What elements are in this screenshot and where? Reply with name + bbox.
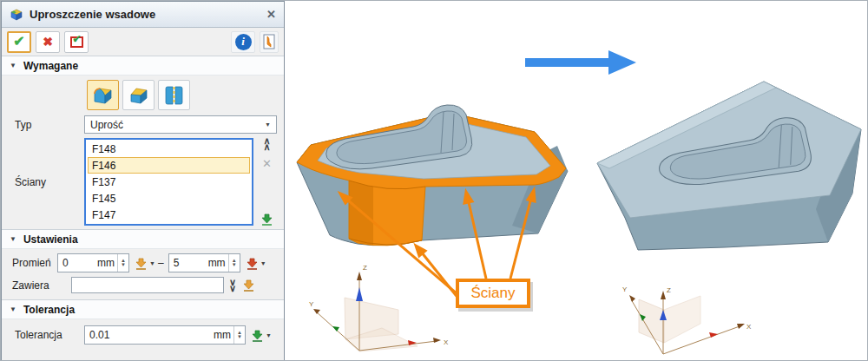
- simplify-mode-buttons: [2, 75, 284, 114]
- axis-z-label: Z: [667, 286, 671, 294]
- viewport[interactable]: Z Y X Z Y X Ści: [285, 1, 868, 361]
- ok-button[interactable]: ✔: [7, 31, 31, 53]
- mode-chamfer-button[interactable]: [122, 80, 155, 110]
- cross-icon: ✖: [43, 36, 53, 48]
- dialog-title: Uproszczenie wsadowe: [30, 8, 260, 21]
- guide-button[interactable]: [260, 31, 279, 53]
- chevron-down-icon: ▼: [260, 260, 266, 266]
- dialog-app-icon: [10, 8, 23, 22]
- check-icon: ✔: [13, 35, 24, 49]
- pick-value-icon-red: [246, 257, 259, 270]
- face-list-item[interactable]: F148: [88, 141, 250, 157]
- viewport-drawing: Z Y X Z Y X: [285, 1, 868, 361]
- radius-max-stepper[interactable]: ▲▼: [228, 254, 240, 272]
- faces-list[interactable]: F148 F146 F137 F145 F147: [84, 138, 253, 226]
- range-dash: –: [158, 257, 164, 269]
- type-dropdown[interactable]: Uprość ▼: [84, 115, 277, 134]
- mode-split-button[interactable]: [158, 80, 190, 110]
- radius-min-stepper[interactable]: ▲▼: [117, 254, 128, 272]
- faces-list-tools: ∧∧ ✕: [257, 138, 277, 226]
- collapse-icon: ▼: [10, 62, 16, 69]
- apply-and-continue-button[interactable]: ✔: [64, 31, 89, 53]
- radius-max-value: 5: [174, 257, 180, 269]
- app-window: Uproszczenie wsadowe ✕ ✔ ✖ ✔ i: [0, 0, 868, 361]
- close-icon[interactable]: ✕: [266, 8, 276, 21]
- model-after[interactable]: [597, 82, 861, 250]
- transform-arrow: [525, 50, 636, 75]
- collapse-icon: ▼: [10, 305, 16, 313]
- dialog-toolbar: ✔ ✖ ✔ i: [2, 28, 284, 56]
- axis-x-label: X: [746, 323, 752, 331]
- faces-row: Ściany F148 F146 F137 F145 F147 ∧∧ ✕: [2, 138, 284, 226]
- radius-label: Promień: [12, 257, 57, 269]
- checked-box-icon: ✔: [70, 36, 83, 48]
- batch-simplify-dialog: Uproszczenie wsadowe ✕ ✔ ✖ ✔ i: [1, 1, 285, 361]
- section-required-label: Wymagane: [23, 60, 78, 72]
- type-value: Uprość: [90, 119, 265, 131]
- section-required[interactable]: ▼ Wymagane: [2, 56, 284, 75]
- model-before[interactable]: [297, 105, 568, 246]
- faces-label: Ściany: [15, 176, 84, 188]
- expand-more-icon[interactable]: ∨∨: [229, 279, 236, 292]
- chamfer-mode-icon: [127, 84, 151, 107]
- dialog-titlebar[interactable]: Uproszczenie wsadowe ✕: [2, 2, 284, 28]
- radius-min-input[interactable]: 0 mm ▲▼: [57, 253, 129, 272]
- axis-x-label: X: [444, 338, 449, 346]
- contains-input[interactable]: [71, 277, 224, 293]
- split-face-mode-icon: [162, 84, 187, 107]
- tolerance-input[interactable]: 0.01 mm ▲▼: [84, 325, 246, 345]
- face-list-item[interactable]: F147: [88, 207, 250, 223]
- face-list-item[interactable]: F145: [88, 190, 250, 207]
- move-up-icon[interactable]: ∧∧: [263, 138, 270, 150]
- radius-max-unit: mm: [208, 257, 228, 269]
- guide-page-icon: [263, 34, 275, 49]
- radius-min-value: 0: [62, 257, 69, 269]
- section-tolerance[interactable]: ▼ Tolerancja: [2, 299, 284, 319]
- tolerance-row: Tolerancja 0.01 mm ▲▼ ▼: [2, 325, 284, 345]
- radius-min-unit: mm: [97, 257, 117, 269]
- pick-value-icon-yellow: [135, 257, 148, 270]
- chevron-down-icon: ▼: [266, 332, 272, 338]
- radius-max-pick[interactable]: ▼: [246, 257, 266, 270]
- contains-label: Zawiera: [12, 279, 71, 292]
- chevron-down-icon: ▼: [149, 260, 155, 266]
- axis-z-label: Z: [363, 264, 367, 272]
- radius-max-input[interactable]: 5 mm ▲▼: [168, 253, 240, 272]
- face-list-item[interactable]: F137: [88, 174, 250, 190]
- triad-right: Z Y X: [622, 286, 752, 354]
- tolerance-label: Tolerancja: [15, 329, 84, 341]
- contains-row: Zawiera ∨∨: [2, 277, 284, 293]
- type-row: Typ Uprość ▼: [2, 115, 284, 134]
- tolerance-stepper[interactable]: ▲▼: [233, 326, 245, 344]
- section-settings-label: Ustawienia: [23, 233, 78, 246]
- fillet-mode-icon: [91, 84, 115, 107]
- section-tolerance-label: Tolerancja: [23, 304, 75, 316]
- tolerance-value: 0.01: [89, 329, 109, 341]
- section-settings[interactable]: ▼ Ustawienia: [2, 229, 284, 249]
- cancel-button[interactable]: ✖: [36, 31, 60, 53]
- face-list-item-selected[interactable]: F146: [88, 157, 250, 174]
- axis-y-label: Y: [309, 300, 314, 308]
- info-button[interactable]: i: [231, 31, 255, 53]
- collapse-icon: ▼: [10, 235, 16, 243]
- chevron-down-icon: ▼: [265, 121, 271, 128]
- radius-row: Promień 0 mm ▲▼ ▼ – 5 mm ▲▼: [2, 253, 284, 272]
- triad-left: Z Y X: [309, 264, 449, 351]
- remove-face-icon[interactable]: ✕: [262, 157, 272, 170]
- faces-callout-label: Ściany: [470, 285, 515, 302]
- pick-from-list-icon[interactable]: [260, 213, 273, 226]
- type-label: Typ: [15, 119, 84, 131]
- radius-min-pick[interactable]: ▼: [135, 257, 155, 270]
- tolerance-pick[interactable]: ▼: [251, 329, 272, 342]
- info-icon: i: [235, 34, 252, 50]
- tolerance-unit: mm: [214, 329, 233, 341]
- pick-value-icon-green: [251, 329, 264, 342]
- axis-y-label: Y: [622, 286, 628, 293]
- faces-callout: Ściany: [456, 279, 530, 308]
- pick-contains-icon[interactable]: [242, 279, 255, 292]
- mode-fillet-button[interactable]: [87, 80, 119, 110]
